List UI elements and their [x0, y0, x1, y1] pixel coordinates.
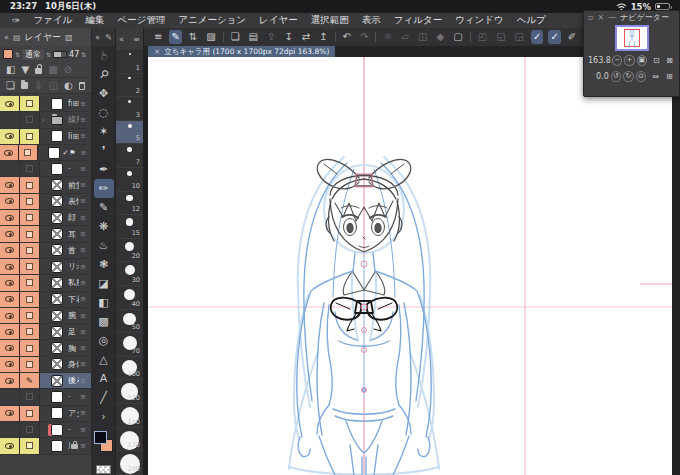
lasso-tool-icon[interactable]: ◌: [94, 103, 114, 122]
folder-expander-icon[interactable]: ›: [42, 116, 48, 123]
layer-visibility-toggle[interactable]: [0, 210, 20, 225]
menu-item[interactable]: ファイル: [33, 14, 72, 27]
transparent-color-swatch[interactable]: [96, 465, 111, 474]
opacity-slider[interactable]: [53, 51, 67, 58]
layer-check-cell[interactable]: ✎: [20, 194, 40, 209]
layer-check-cell[interactable]: ✎: [20, 210, 40, 225]
new-folder-icon[interactable]: [21, 82, 28, 89]
layer-row[interactable]: ✎ 身体 ≡: [0, 357, 91, 373]
brush-size-cell[interactable]: 40: [116, 286, 143, 310]
layer-thumbnail[interactable]: [51, 130, 63, 142]
layer-name[interactable]: 前髪: [68, 180, 79, 191]
layer-name[interactable]: 私服1: [68, 277, 79, 288]
brush-size-cell[interactable]: 20: [116, 239, 143, 263]
menu-item[interactable]: ページ管理: [117, 14, 165, 27]
layer-thumbnail[interactable]: [51, 424, 63, 436]
layer-check-cell[interactable]: ✎: [20, 275, 40, 290]
airbrush-tool-icon[interactable]: ♨: [94, 236, 114, 255]
layer-thumbnail[interactable]: [51, 293, 63, 305]
layer-drag-handle[interactable]: ≡: [81, 149, 89, 157]
layer-row[interactable]: ✎ 首 ≡: [0, 243, 91, 259]
layer-visibility-toggle[interactable]: [0, 259, 20, 274]
toolbar-material-icon[interactable]: ◆: [435, 30, 447, 44]
layer-thumbnail[interactable]: [51, 440, 63, 452]
layer-drag-handle[interactable]: ≡: [80, 246, 89, 254]
layer-drag-handle[interactable]: ≡: [80, 181, 89, 189]
navigator-close-icon[interactable]: ×: [597, 13, 604, 22]
toolbar-select-sub-icon[interactable]: ◲: [513, 30, 526, 44]
menu-item[interactable]: ヘルプ: [517, 14, 546, 27]
layer-row[interactable]: ✎ リボン ≡: [0, 259, 91, 275]
layer-check-cell[interactable]: ✎: [20, 340, 40, 355]
opacity-value[interactable]: 47: [69, 50, 79, 59]
decoration-tool-icon[interactable]: ❃: [94, 255, 114, 274]
layer-visibility-toggle[interactable]: [0, 324, 20, 339]
layer-row[interactable]: ✎ 腕 ≡: [0, 308, 91, 324]
layer-name[interactable]: アタリ: [68, 408, 79, 419]
toolbar-frame-select-icon[interactable]: ▢: [451, 30, 464, 44]
eyedropper-tool-icon[interactable]: ❜: [94, 141, 114, 160]
watercolor-tool-icon[interactable]: ❋: [94, 217, 114, 236]
layer-visibility-toggle[interactable]: [0, 308, 20, 323]
zoom-out-button[interactable]: −: [612, 55, 622, 66]
merge-down-icon[interactable]: ⇩: [34, 79, 42, 93]
layer-row[interactable]: ✎ 胸 ≡: [0, 340, 91, 356]
brush-size-cell[interactable]: 120: [116, 380, 143, 404]
layer-name[interactable]: 腕: [68, 310, 79, 321]
navigator-minimize-icon[interactable]: —: [608, 13, 616, 22]
layer-thumbnail[interactable]: [48, 147, 60, 159]
layer-visibility-toggle[interactable]: [0, 177, 20, 192]
layer-name[interactable]: -: [68, 164, 79, 173]
layer-drag-handle[interactable]: ≡: [80, 214, 89, 222]
layer-name[interactable]: 顔: [68, 212, 79, 223]
brush-size-cell[interactable]: 10: [116, 168, 143, 192]
layer-visibility-toggle[interactable]: [0, 275, 20, 290]
layer-check-cell[interactable]: ✎: [20, 96, 40, 111]
layer-drag-handle[interactable]: ≡: [80, 312, 89, 320]
toolbar-sep-1[interactable]: [223, 32, 224, 42]
layer-drag-handle[interactable]: ≡: [80, 279, 89, 287]
brush-size-cell[interactable]: 30: [116, 262, 143, 286]
layer-row[interactable]: ✎ 用紙 ≡: [0, 438, 91, 454]
brush-size-cell[interactable]: 15: [116, 215, 143, 239]
foreground-color-swatch[interactable]: [94, 431, 107, 444]
brush-size-cell[interactable]: 170: [116, 428, 143, 452]
lock-transparent-icon[interactable]: ▩: [48, 63, 57, 77]
layer-name[interactable]: 胸: [68, 343, 79, 354]
toolbar-select-add-icon[interactable]: ◱: [494, 30, 507, 44]
layer-thumbnail[interactable]: [51, 195, 63, 207]
lock-layer-icon[interactable]: [35, 68, 42, 74]
layer-row[interactable]: ✎ - ≡: [0, 422, 91, 438]
toolbar-snap-ruler-icon[interactable]: ✓: [531, 30, 543, 44]
toolbar-main-menu-icon[interactable]: ≡: [152, 30, 164, 44]
brush-size-cell[interactable]: 3: [116, 97, 143, 121]
layer-row[interactable]: ✎ 顔 ≡: [0, 210, 91, 226]
layer-check-cell[interactable]: ✎: [20, 357, 40, 372]
layer-name[interactable]: 線用: [68, 114, 79, 125]
rotate-left-button[interactable]: ↺: [611, 71, 622, 82]
layer-visibility-toggle[interactable]: [0, 438, 20, 453]
collapse-sizes-icon[interactable]: «: [119, 35, 124, 44]
layer-row[interactable]: ✎ 表情 ≡: [0, 194, 91, 210]
layer-check-cell[interactable]: ✎: [20, 324, 40, 339]
fit-window-button[interactable]: ⊡: [651, 55, 662, 66]
layer-visibility-toggle[interactable]: [0, 340, 20, 355]
layer-color-stepper-icon[interactable]: ⇅: [15, 51, 20, 58]
layer-thumbnail[interactable]: [51, 407, 63, 419]
layer-thumbnail[interactable]: [51, 212, 63, 224]
layer-thumbnail[interactable]: [51, 228, 63, 240]
toolbar-publish-icon[interactable]: ↥: [317, 30, 329, 44]
layer-drag-handle[interactable]: ≡: [80, 230, 89, 238]
reference-layer-icon[interactable]: ▼: [21, 63, 29, 77]
menu-item[interactable]: ウィンドウ: [455, 14, 504, 27]
collapse-panel-icon[interactable]: «: [4, 33, 9, 42]
opacity-stepper-icon[interactable]: ⇅: [81, 51, 86, 58]
layer-row[interactable]: ✎ - ≡: [0, 161, 91, 177]
auto-select-tool-icon[interactable]: ✶: [94, 122, 114, 141]
toolbar-transfer-icon[interactable]: ⇄: [300, 30, 312, 44]
layer-visibility-toggle[interactable]: [0, 226, 20, 241]
layer-name[interactable]: 用紙: [68, 440, 70, 451]
menu-item[interactable]: アニメーション: [178, 14, 246, 27]
layer-drag-handle[interactable]: ≡: [80, 165, 89, 173]
layer-row[interactable]: ✎ 後ろ髪 ≡: [0, 373, 91, 389]
